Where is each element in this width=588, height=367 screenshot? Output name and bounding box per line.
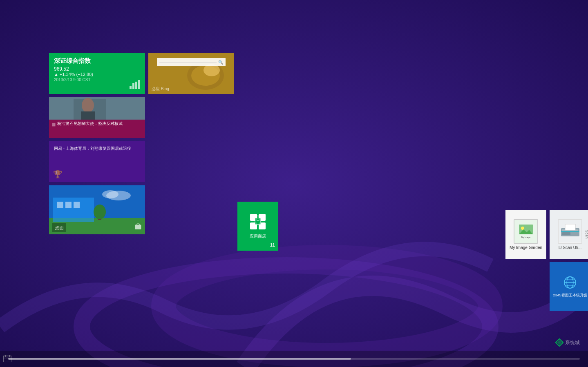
svg-point-85 [546,170,553,177]
svg-rect-13 [53,198,94,222]
tile-group-cal: 15 星期五 [415,53,501,311]
tile-stock[interactable]: 深证综合指数 969.52 ▲ +1.34% (+12.80) 2013/2/1… [49,53,145,94]
page-title: 开始 [49,14,92,43]
suitcase-icon [134,223,142,232]
qq-icon [181,211,201,235]
svg-rect-100 [523,287,528,289]
games-label: 游戏 [276,181,285,187]
weather-icon [181,108,201,126]
tile-desktop[interactable]: 桌面 [49,185,145,234]
svg-point-18 [102,190,118,198]
photo-icon [272,62,288,77]
video-label: 视频 [453,131,462,137]
tile-calendar[interactable]: 15 星期五 [415,53,501,94]
svg-point-62 [188,221,195,229]
people-icon [535,169,562,187]
svg-rect-71 [360,220,364,227]
message-icon: :-) [181,160,201,180]
svg-point-28 [279,68,282,71]
svg-rect-101 [521,289,531,289]
s2345-icon [561,276,579,291]
tile-s2345[interactable]: 2345看图王本级升级 [550,262,588,311]
user-icon [549,22,561,35]
appstore-badge: 11 [270,242,275,247]
tile-myimage[interactable]: My Image My Image Garden [505,210,546,259]
skydrive-icon [561,68,579,82]
music-label: 音乐 [364,236,373,242]
calendar-number: 15 [446,59,470,80]
intel-label: 英特尔® 快速存储技术 [509,80,543,90]
svg-rect-29 [277,63,280,65]
cntv-label: CNTV-CBox 客户端 [510,293,542,298]
svg-point-89 [521,227,524,230]
svg-text:My Image: My Image [521,236,530,238]
map-label: 地图 [297,234,306,240]
svg-point-86 [555,171,561,176]
tile-bing[interactable]: 🔍 必应 Bing [148,53,234,94]
svg-rect-72 [374,220,378,227]
user-area: Administrator [498,20,563,37]
video-icon [447,107,468,129]
tile-camera[interactable]: 相机 [282,97,331,146]
svg-point-20 [94,205,106,219]
ie-icon [249,108,267,128]
s2345-label: 2345看图王本级升级 [553,293,587,298]
watermark-text: 系统城 [565,339,580,346]
svg-rect-6 [138,80,140,89]
svg-rect-67 [255,218,261,225]
tile-news2[interactable]: 网易 - 上海体育局：刘翔康复回国后或退役 🏆 [49,141,145,182]
scroll-bar[interactable] [8,358,580,360]
tile-intel[interactable]: intel 英特尔® 快速存储技术 [505,53,546,102]
news2-title: 网易 - 上海体育局：刘翔康复回国后或退役 [54,145,140,151]
svg-line-37 [196,121,197,122]
svg-point-45 [304,116,308,119]
avatar[interactable] [546,20,563,37]
bottom-bar [0,351,588,367]
qq-label: QQ [188,237,195,242]
news1-image [49,97,145,120]
tile-message[interactable]: :-) 消息 [148,149,234,198]
camera-label: 相机 [302,129,311,135]
weather-label: 天气 [187,129,196,136]
ie-label: Internet Explorer [244,131,272,135]
tile-weather[interactable]: 天气 [148,97,234,146]
tile-ie[interactable]: Internet Explorer [237,97,278,146]
tile-ijscan[interactable]: IJ Scan Uti... Scan [550,210,588,259]
tile-news1[interactable]: ▦ 杨洁篪召见朝鲜大使：坚决反对核试 [49,97,145,138]
tile-people[interactable]: 人脉 [505,158,588,207]
tile-group-news: 深证综合指数 969.52 ▲ +1.34% (+12.80) 2013/2/1… [49,53,145,311]
svg-point-9 [82,98,94,113]
svg-text:intel: intel [523,69,530,73]
tile-group-right: intel 英特尔® 快速存储技术 SkyDrive [505,53,588,311]
svg-point-58 [193,218,195,220]
bing-label: 必应 Bing [152,86,169,92]
photo-label: 照片 [276,79,285,85]
tile-cntv[interactable]: CNTV-CBox 客户端 [505,262,546,311]
svg-rect-14 [57,202,63,208]
tile-map[interactable]: 地图 [282,202,322,251]
tile-video[interactable]: 视频 [415,97,501,146]
news1-title: 杨洁篪召见朝鲜大使：坚决反对核试 [57,121,123,126]
myimage-icon: My Image [514,219,538,244]
svg-point-50 [286,169,288,171]
tile-skydrive[interactable]: SkyDrive [550,53,588,102]
games-icon [269,161,292,179]
stock-change: ▲ +1.34% (+12.80) [54,72,140,77]
appstore-icon [249,213,266,232]
message-label: 消息 [187,182,196,188]
tile-photo[interactable]: 照片 [237,53,323,94]
trophy-icon: 🏆 [53,170,62,179]
music-icon [358,210,380,234]
tile-music[interactable]: 音乐 [326,202,411,251]
tile-games[interactable]: 游戏 [237,149,323,198]
svg-marker-80 [454,115,458,118]
svg-rect-96 [562,232,570,235]
desktop-label: 桌面 [55,225,64,230]
tile-mail[interactable]: 邮件 [505,105,588,154]
tile-appstore[interactable]: 应用商店 11 [237,202,278,251]
svg-point-31 [188,113,194,119]
watermark-area: 系统城 [555,338,580,347]
map-icon [294,213,310,231]
tile-qq[interactable]: QQ [148,202,234,251]
svg-rect-4 [132,83,134,89]
